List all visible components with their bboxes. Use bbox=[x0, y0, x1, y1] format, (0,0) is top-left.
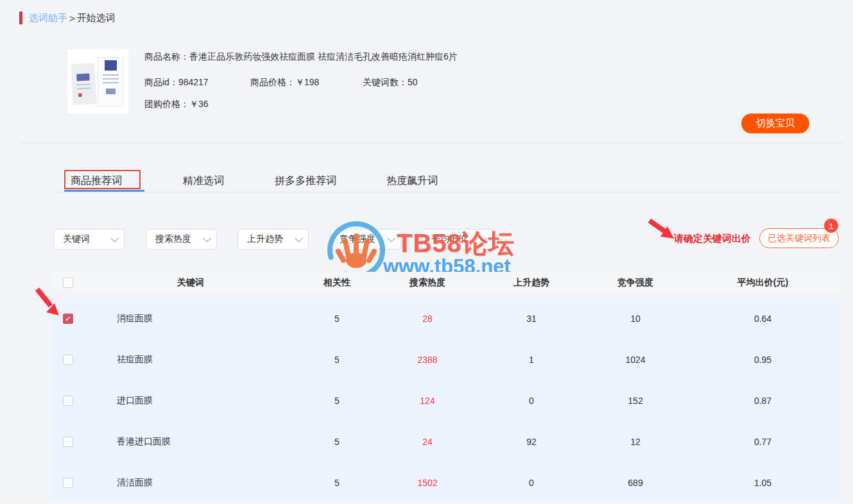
cell-competition: 152 bbox=[585, 396, 685, 406]
product-image bbox=[67, 49, 128, 113]
red-arrow-icon bbox=[650, 221, 674, 239]
cell-rising-trend: 92 bbox=[478, 437, 585, 447]
filter-dropdown-competition[interactable]: 竞争强度 bbox=[330, 229, 401, 249]
cell-keyword: 祛痘面膜 bbox=[85, 354, 297, 365]
filter-dropdown-rising-trend[interactable]: 上升趋势 bbox=[237, 229, 309, 249]
cell-keyword: 消痘面膜 bbox=[85, 313, 297, 324]
table-header-row: 关键词 相关性 搜索热度 上升趋势 竞争强度 平均出价(元) bbox=[51, 272, 840, 294]
selected-count-badge: 1 bbox=[824, 219, 838, 233]
row-checkbox[interactable] bbox=[63, 478, 73, 488]
col-header-competition: 竞争强度 bbox=[585, 277, 685, 289]
cell-search-heat: 24 bbox=[377, 437, 478, 447]
table-row: 进口面膜 5 124 0 152 0.87 bbox=[51, 380, 840, 421]
table-body: ✓ 消痘面膜 5 28 31 10 0.64 祛痘面膜 5 2388 1 102… bbox=[51, 298, 840, 503]
breadcrumb-current: 开始选词 bbox=[77, 12, 116, 24]
table-row: 祛痘面膜 5 2388 1 1024 0.95 bbox=[51, 339, 840, 380]
col-header-relevance: 相关性 bbox=[297, 277, 377, 289]
filter-dropdown-avg-bid[interactable]: 平均出价 bbox=[422, 229, 493, 249]
cell-competition: 12 bbox=[585, 437, 685, 447]
tab-rising-heat-words[interactable]: 热度飙升词 bbox=[386, 174, 438, 188]
table-row: ✓ 消痘面膜 5 28 31 10 0.64 bbox=[51, 298, 840, 339]
cell-search-heat: 1502 bbox=[377, 478, 478, 488]
filter-dropdown-keyword[interactable]: 关键词 bbox=[53, 229, 125, 249]
tab-pinduoduo-recommended-words[interactable]: 拼多多推荐词 bbox=[275, 174, 336, 188]
cell-avg-bid: 0.77 bbox=[685, 437, 840, 447]
cell-keyword: 清洁面膜 bbox=[85, 477, 297, 489]
col-header-search-heat: 搜索热度 bbox=[377, 277, 478, 289]
cell-rising-trend: 31 bbox=[478, 314, 585, 324]
cell-keyword: 进口面膜 bbox=[85, 395, 297, 407]
cell-competition: 10 bbox=[585, 314, 685, 324]
switch-product-button[interactable]: 切换宝贝 bbox=[741, 113, 809, 133]
select-all-checkbox[interactable] bbox=[63, 278, 73, 288]
row-checkbox[interactable] bbox=[63, 396, 73, 406]
mask-pouch-graphic bbox=[71, 63, 96, 105]
product-group-price: 团购价格：￥36 bbox=[144, 99, 209, 110]
tab-product-recommended-words[interactable]: 商品推荐词 bbox=[71, 174, 122, 188]
cell-relevance: 5 bbox=[297, 437, 377, 447]
chevron-down-icon bbox=[387, 234, 395, 242]
section-divider bbox=[19, 142, 844, 143]
col-header-avg-bid: 平均出价(元) bbox=[685, 277, 840, 289]
col-header-keyword: 关键词 bbox=[85, 277, 297, 289]
cell-keyword: 香港进口面膜 bbox=[85, 436, 297, 448]
table-row: 清洁面膜 5 1502 0 689 1.05 bbox=[51, 462, 840, 503]
breadcrumb-link-word-assistant[interactable]: 选词助手 bbox=[29, 12, 67, 24]
cell-competition: 689 bbox=[585, 478, 685, 488]
cell-search-heat: 124 bbox=[377, 396, 478, 406]
tab-precise-word-selection[interactable]: 精准选词 bbox=[183, 174, 224, 188]
cell-avg-bid: 1.05 bbox=[685, 478, 840, 488]
col-header-rising-trend: 上升趋势 bbox=[478, 277, 585, 289]
row-checkbox[interactable] bbox=[63, 437, 73, 447]
cell-relevance: 5 bbox=[297, 396, 377, 406]
cell-competition: 1024 bbox=[585, 355, 685, 365]
cell-rising-trend: 0 bbox=[478, 478, 585, 488]
table-row: 香港进口面膜 5 24 92 12 0.77 bbox=[51, 421, 840, 462]
row-checkbox[interactable] bbox=[63, 355, 73, 365]
product-keyword-count: 关键词数：50 bbox=[363, 77, 418, 88]
breadcrumb-separator: > bbox=[69, 13, 75, 24]
cell-avg-bid: 0.64 bbox=[685, 314, 840, 324]
cell-relevance: 5 bbox=[297, 355, 377, 365]
chevron-down-icon bbox=[110, 234, 119, 242]
product-price: 商品价格：￥198 bbox=[250, 77, 319, 88]
cell-search-heat: 2388 bbox=[377, 355, 478, 365]
keyword-table: 关键词 相关性 搜索热度 上升趋势 竞争强度 平均出价(元) ✓ 消痘面膜 5 … bbox=[51, 272, 840, 503]
cell-rising-trend: 1 bbox=[478, 355, 585, 365]
confirm-bid-hint: 请确定关键词出价 bbox=[674, 233, 751, 245]
row-checkbox[interactable]: ✓ bbox=[63, 314, 73, 324]
tab-bar: 商品推荐词 精准选词 拼多多推荐词 热度飙升词 bbox=[0, 170, 853, 192]
chevron-down-icon bbox=[295, 234, 303, 242]
breadcrumb-accent-bar bbox=[19, 12, 22, 24]
filter-dropdown-search-heat[interactable]: 搜索热度 bbox=[146, 229, 217, 249]
cell-avg-bid: 0.87 bbox=[685, 396, 840, 406]
cell-avg-bid: 0.95 bbox=[685, 355, 840, 365]
bottom-strip bbox=[0, 501, 853, 504]
product-name: 商品名称：香港正品乐敦药妆强效祛痘面膜 祛痘清洁毛孔改善暗疮消红肿痘6片 bbox=[144, 51, 555, 63]
product-id: 商品id：984217 bbox=[144, 77, 209, 88]
cell-search-heat: 28 bbox=[377, 314, 478, 324]
mask-box-graphic bbox=[98, 57, 123, 106]
cell-relevance: 5 bbox=[297, 478, 377, 488]
breadcrumb: 选词助手 > 开始选词 bbox=[19, 12, 116, 24]
cell-rising-trend: 0 bbox=[478, 396, 585, 406]
cell-relevance: 5 bbox=[297, 314, 377, 324]
chevron-down-icon bbox=[203, 234, 211, 242]
chevron-down-icon bbox=[479, 234, 487, 242]
word-selection-page: 选词助手 > 开始选词 商品名称：香港正品乐敦药妆强效祛痘面膜 祛痘清洁毛孔改善… bbox=[0, 0, 853, 504]
tab-divider bbox=[55, 192, 840, 192]
